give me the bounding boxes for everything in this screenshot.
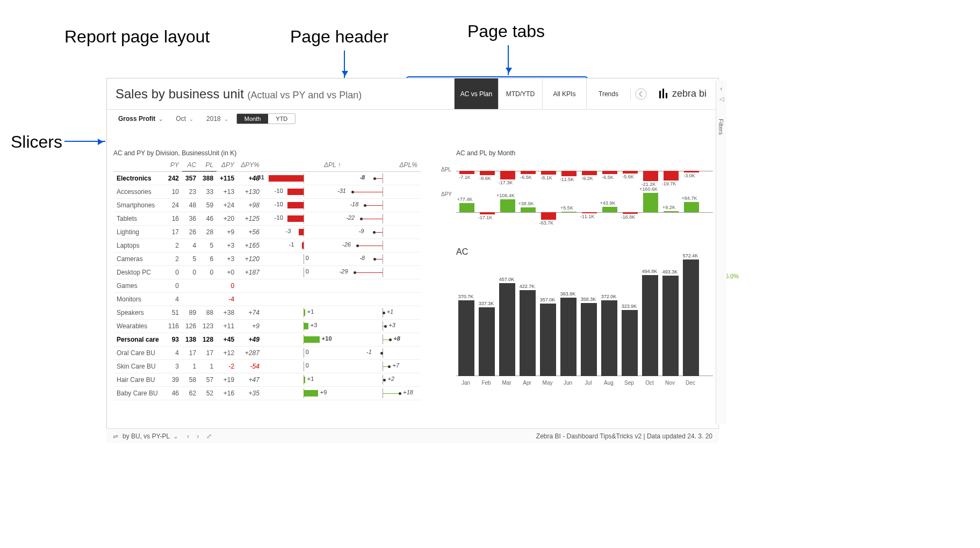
slicer-month[interactable]: Oct ⌄ (171, 113, 198, 124)
zebra-logo-icon (658, 89, 669, 99)
next-page-button[interactable]: › (197, 432, 199, 440)
filters-collapse-icon[interactable]: ‹ (716, 85, 726, 92)
page-dropdown-icon[interactable]: ⌄ (173, 432, 178, 440)
back-arrow-icon (635, 88, 647, 100)
page-header: Sales by business unit (Actual vs PY and… (107, 78, 718, 110)
prev-page-button[interactable]: ‹ (187, 432, 189, 440)
col-header[interactable]: PL (199, 159, 217, 171)
table-row[interactable]: Personal care93138128+45+49+10 +8 (113, 333, 421, 346)
annotation-layout: Report page layout (64, 27, 210, 47)
svg-rect-3 (666, 93, 667, 98)
report-footer: ⇌ by BU, vs PY-PL ⌄ ‹ › ⤢ Zebra BI - Das… (106, 428, 719, 443)
svg-rect-1 (659, 91, 661, 98)
page-tabs: AC vs PlanMTD/YTDAll KPIsTrends (454, 78, 630, 109)
filters-label: Filters (718, 119, 724, 135)
page-subtitle-text: (Actual vs PY and vs Plan) (247, 90, 362, 100)
table-row[interactable]: Monitors4-4 (113, 292, 421, 306)
table-row[interactable]: Cameras256+3+1200 -8 (113, 252, 421, 265)
table-row[interactable]: Skin Care BU311-2-540 +7 (113, 359, 421, 373)
page-nav-icon[interactable]: ⇌ (113, 432, 118, 440)
toggle-month[interactable]: Month (237, 114, 269, 124)
chevron-down-icon: ⌄ (189, 116, 193, 122)
slicer-measure[interactable]: Gross Profit ⌄ (113, 113, 168, 124)
filters-pane[interactable]: ‹ ◁ Filters (716, 81, 726, 424)
table-row[interactable]: Games00 (113, 279, 421, 292)
svg-rect-2 (662, 89, 664, 98)
monthly-charts: ΔPL-7.1K-8.6K-17.3K-6.5K-8.1K-11.5K-9.2K… (456, 159, 713, 387)
period-toggle[interactable]: Month YTD (236, 113, 296, 124)
col-header[interactable]: ΔPL% (344, 159, 421, 171)
slicer-year[interactable]: 2018 ⌄ (201, 113, 233, 124)
tab-all-kpis[interactable]: All KPIs (542, 78, 586, 109)
tab-ac-vs-plan[interactable]: AC vs Plan (454, 78, 498, 109)
table-row[interactable]: Tablets163646+20+125-10 -22 (113, 212, 421, 225)
page-title: Sales by business unit (Actual vs PY and… (107, 86, 362, 102)
col-header[interactable]: AC (182, 159, 199, 171)
table-row[interactable]: Lighting172628+9+56-3 -9 (113, 225, 421, 239)
table-row[interactable]: Wearables116126123+11+9+3 +3 (113, 319, 421, 333)
tab-trends[interactable]: Trends (586, 78, 630, 109)
chevron-down-icon: ⌄ (224, 116, 228, 122)
table-row[interactable]: Laptops245+3+165-1 -26 (113, 239, 421, 252)
table-row[interactable]: Electronics242357388+115+48-31 -8 (113, 171, 421, 185)
col-header[interactable]: ΔPY (217, 159, 237, 171)
table-row[interactable]: Speakers518988+38+74+1 +1 (113, 306, 421, 319)
table-row[interactable]: Smartphones244859+24+98-10 -18 (113, 198, 421, 212)
table-row[interactable]: Baby Care BU466252+16+35+9 +18 (113, 386, 421, 400)
brand-logo: zebra bi (652, 88, 718, 99)
annotation-slicers: Slicers (11, 132, 62, 152)
footer-info: Zebra BI - Dashboard Tips&Tricks v2 | Da… (536, 432, 712, 440)
back-button[interactable] (630, 88, 652, 100)
col-header[interactable]: ΔPL ↑ (263, 159, 344, 171)
col-header[interactable]: PY (165, 159, 182, 171)
table-row[interactable]: Desktop PC000+0+1870 -29 (113, 265, 421, 279)
tab-mtd-ytd[interactable]: MTD/YTD (498, 78, 542, 109)
col-header[interactable]: ΔPY% (237, 159, 263, 171)
arrow-to-slicers (64, 141, 105, 142)
bookmark-icon[interactable]: ◁ (716, 96, 726, 103)
toggle-ytd[interactable]: YTD (268, 114, 295, 124)
svg-point-0 (636, 89, 646, 99)
table-row[interactable]: Oral Care BU41717+12+2870 -1 (113, 346, 421, 359)
report-canvas: Sales by business unit (Actual vs PY and… (106, 78, 719, 435)
page-name[interactable]: by BU, vs PY-PL (122, 432, 170, 440)
slicer-year-value: 2018 (206, 115, 221, 122)
annotation-tabs: Page tabs (467, 21, 545, 41)
slicer-measure-value: Gross Profit (118, 115, 155, 122)
right-chart-title: AC and PL by Month (456, 149, 515, 157)
variance-table[interactable]: PYACPLΔPYΔPY%ΔPL ↑ΔPL%Electronics2423573… (113, 159, 421, 400)
brand-text: zebra bi (672, 88, 707, 99)
arrow-to-tabs (508, 45, 509, 75)
slicer-month-value: Oct (176, 115, 186, 122)
table-row[interactable]: Accessories102333+13+130-10 -31 (113, 185, 421, 198)
table-title: AC and PY by Division, BusinessUnit (in … (113, 149, 236, 157)
table-row[interactable]: Hair Care BU395857+19+47+1 +2 (113, 373, 421, 386)
chevron-down-icon: ⌄ (158, 116, 163, 122)
fit-page-button[interactable]: ⤢ (206, 432, 212, 440)
arrow-to-header (344, 51, 345, 78)
annotation-header: Page header (290, 27, 388, 47)
page-title-text: Sales by business unit (116, 86, 244, 101)
slicers-bar: Gross Profit ⌄ Oct ⌄ 2018 ⌄ Month YTD (107, 111, 296, 127)
